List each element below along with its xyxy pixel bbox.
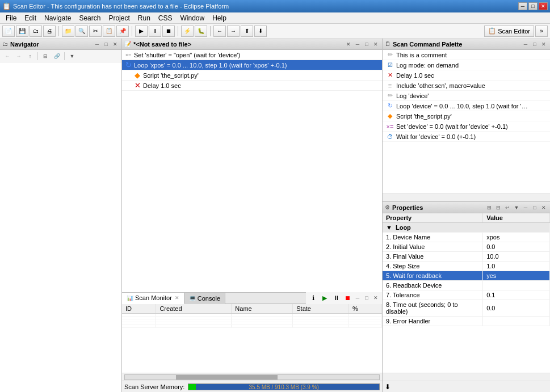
toolbar-debug[interactable]: 🐛 — [195, 26, 207, 37]
menu-file[interactable]: File — [2, 14, 20, 23]
editor-close[interactable]: ✕ — [372, 40, 380, 48]
toolbar-nav1[interactable]: ← — [213, 26, 226, 37]
monitor-stop[interactable]: ⏹ — [342, 293, 352, 302]
prop-value[interactable]: 1.0 — [483, 262, 550, 271]
command-palette-close[interactable]: ✕ — [540, 40, 548, 48]
table-row[interactable]: 9. Error Handler — [383, 317, 550, 326]
prop-value[interactable] — [483, 317, 550, 326]
prop-minimize[interactable]: ─ — [522, 204, 530, 212]
toolbar-stop[interactable]: ⏹ — [162, 26, 175, 37]
prop-value[interactable]: 0.0 — [483, 242, 550, 252]
menu-run[interactable]: Run — [135, 14, 154, 23]
hscroll-thumb[interactable] — [176, 375, 278, 380]
command-palette-maximize[interactable]: □ — [531, 40, 539, 48]
list-item[interactable]: ◆ Script 'the_script.py' — [383, 111, 550, 121]
list-item[interactable]: ✕ Delay 1.0 sec — [383, 70, 550, 81]
toolbar-pause[interactable]: ⏸ — [149, 26, 161, 37]
table-row[interactable]: 3. Final Value 10.0 — [383, 252, 550, 262]
table-row[interactable]: 1. Device Name xpos — [383, 233, 550, 242]
scan-editor-button[interactable]: 📋 Scan Editor — [484, 26, 534, 37]
minimize-button[interactable]: ─ — [518, 2, 527, 10]
editor-maximize[interactable]: □ — [363, 40, 371, 48]
prop-btn2[interactable]: ⊟ — [494, 204, 502, 212]
nav-up[interactable]: ↑ — [25, 52, 35, 61]
toolbar-new[interactable]: 📄 — [2, 26, 15, 37]
navigator-minimize[interactable]: ─ — [93, 40, 101, 48]
nav-back[interactable]: ← — [2, 52, 12, 61]
menu-search[interactable]: Search — [75, 14, 104, 23]
prop-value[interactable]: 10.0 — [483, 252, 550, 262]
prop-btn1[interactable]: ⊞ — [485, 204, 493, 212]
toolbar-btn5[interactable]: 📌 — [116, 26, 129, 37]
toolbar-nav4[interactable]: ⬇ — [254, 26, 267, 37]
properties-hscroll[interactable] — [383, 373, 550, 381]
menu-window[interactable]: Window — [177, 14, 208, 23]
monitor-minimize[interactable]: ─ — [354, 294, 362, 302]
table-row[interactable]: 8. Time out (seconds; 0 to disable) 0.0 — [383, 300, 550, 317]
toolbar-run[interactable]: ▶ — [135, 26, 148, 37]
tab-scan-monitor[interactable]: 📊 Scan Monitor ✕ — [122, 293, 184, 304]
list-item[interactable]: ✏ This is a comment — [383, 50, 550, 60]
prop-value[interactable]: xpos — [483, 233, 550, 242]
toolbar-btn4[interactable]: 📋 — [103, 26, 115, 37]
menu-navigate[interactable]: Navigate — [41, 14, 74, 23]
menu-edit[interactable]: Edit — [21, 14, 40, 23]
table-row[interactable]: 6. Readback Device — [383, 281, 550, 290]
prop-btn4[interactable]: ▼ — [513, 204, 520, 212]
editor-minimize[interactable]: ─ — [354, 40, 362, 48]
navigator-close[interactable]: ✕ — [111, 40, 119, 48]
monitor-info[interactable]: ℹ — [308, 293, 318, 302]
table-row[interactable]: 4. Step Size 1.0 — [383, 262, 550, 271]
prop-btn3[interactable]: ↩ — [503, 204, 511, 212]
list-item[interactable]: ≡ Include 'other.scn', macro=value — [383, 81, 550, 91]
tab-console[interactable]: 💻 Console — [184, 293, 225, 304]
navigator-maximize[interactable]: □ — [102, 40, 110, 48]
prop-maximize[interactable]: □ — [531, 204, 539, 212]
list-item[interactable]: ✏ Log 'device' — [383, 91, 550, 101]
toolbar-save2[interactable]: 🗂 — [30, 26, 42, 37]
hscroll-track[interactable] — [124, 374, 380, 380]
toolbar-more[interactable]: » — [535, 26, 548, 37]
monitor-pause[interactable]: ⏸ — [331, 293, 341, 302]
toolbar-btn3[interactable]: ✂ — [89, 26, 102, 37]
table-row[interactable]: ×= Set 'shutter' = "open" (wait for 'dev… — [122, 50, 382, 60]
monitor-tab-close[interactable]: ✕ — [175, 295, 179, 301]
toolbar-print[interactable]: 🖨 — [43, 26, 56, 37]
table-row[interactable]: 5. Wait for readback yes — [383, 271, 550, 281]
toolbar-step[interactable]: ⚡ — [181, 26, 194, 37]
prop-value[interactable]: 0.0 — [483, 300, 550, 317]
prop-value[interactable] — [483, 281, 550, 290]
toolbar-btn2[interactable]: 🔍 — [75, 26, 88, 37]
toolbar-save[interactable]: 💾 — [16, 26, 28, 37]
menu-css[interactable]: CSS — [155, 14, 176, 23]
table-row[interactable]: 7. Tolerance 0.1 — [383, 290, 550, 300]
prop-value[interactable]: 0.1 — [483, 290, 550, 300]
monitor-hscroll[interactable] — [122, 373, 382, 381]
prop-value[interactable]: yes — [483, 271, 550, 281]
nav-link[interactable]: 🔗 — [52, 52, 62, 61]
command-palette-minimize[interactable]: ─ — [522, 40, 530, 48]
list-item[interactable]: ×= Set 'device' = 0.0 (wait for 'device'… — [383, 121, 550, 132]
close-button[interactable]: ✕ — [539, 2, 548, 10]
list-item[interactable]: ↻ Loop 'device' = 0.0 ... 10.0, step 1.0… — [383, 101, 550, 111]
nav-forward[interactable]: → — [14, 52, 24, 61]
toolbar-btn1[interactable]: 📁 — [62, 26, 74, 37]
editor-close-tab[interactable]: ✕ — [345, 40, 352, 48]
menu-help[interactable]: Help — [209, 14, 230, 23]
menu-project[interactable]: Project — [105, 14, 133, 23]
table-row[interactable]: ✕ Delay 1.0 sec — [122, 81, 382, 91]
list-item[interactable]: ⏱ Wait for 'device' = 0.0 (+-0.1) — [383, 132, 550, 142]
monitor-run[interactable]: ▶ — [320, 293, 330, 302]
prop-close[interactable]: ✕ — [540, 204, 548, 212]
monitor-maximize[interactable]: □ — [363, 294, 371, 302]
list-item[interactable]: ☑ Log mode: on demand — [383, 60, 550, 70]
toolbar-nav3[interactable]: ⬆ — [241, 26, 253, 37]
command-palette-hscroll[interactable] — [383, 193, 550, 201]
monitor-close[interactable]: ✕ — [372, 294, 380, 302]
table-row[interactable]: ↻ Loop 'xpos' = 0.0 ... 10.0, step 1.0 (… — [122, 60, 382, 70]
table-row[interactable]: ◆ Script 'the_script.py' — [122, 70, 382, 81]
nav-collapse[interactable]: ⊟ — [40, 52, 51, 61]
toolbar-nav2[interactable]: → — [227, 26, 240, 37]
table-row[interactable]: 2. Initial Value 0.0 — [383, 242, 550, 252]
nav-menu[interactable]: ▼ — [67, 52, 77, 61]
